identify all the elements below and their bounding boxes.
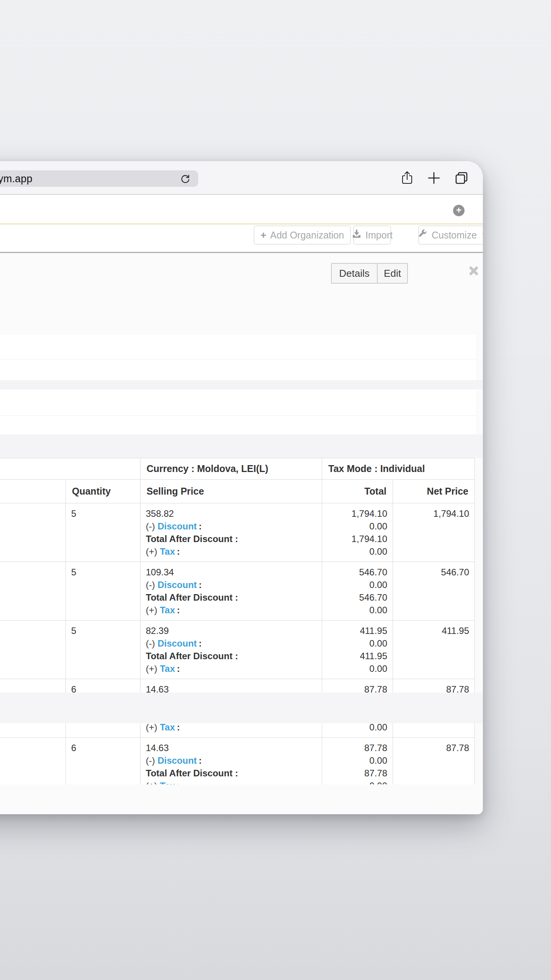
total-cell: 1,794.10 0.00 1,794.10 0.00 [322,503,393,562]
total-cell: 546.70 0.00 546.70 0.00 [322,562,393,621]
detail-panel [0,334,476,380]
net-price-value: 411.95 [398,624,469,637]
wrench-icon [418,229,428,241]
net-price-value: 1,794.10 [398,507,469,520]
tax-link[interactable]: Tax [160,722,175,732]
selling-price-column-header: Selling Price [140,480,322,503]
page-footer-strip [0,693,483,723]
selling-price-value: 358.82 [146,507,316,520]
total-after-discount-label: Total After Discount : [146,591,316,604]
cutoff-cell [0,503,66,562]
details-button[interactable]: Details [331,263,378,284]
cutoff-cell [0,562,66,621]
table-row: 6 14.63 (-) Discount: Total After Discou… [0,738,475,785]
import-label: Import [365,230,393,241]
tax-link[interactable]: Tax [160,546,175,557]
tax-link[interactable]: Tax [160,605,175,615]
selling-price-cell: 14.63 (-) Discount: Total After Discount… [140,738,322,785]
net-price-cell: 411.95 [393,621,475,679]
quantity-cell: 5 [66,503,140,562]
quantity-cell: 5 [66,562,140,621]
table-row: 5 109.34 (-) Discount: Total After Disco… [0,562,475,621]
record-detail-area: Details Edit [0,253,483,814]
edit-button[interactable]: Edit [378,263,408,284]
cutoff-cell [0,621,66,679]
net-price-value: 87.78 [398,742,469,754]
net-price-column-header: Net Price [393,480,475,503]
table-meta-row: Currency : Moldova, LEI(L) Tax Mode : In… [0,458,475,480]
pricing-table-body: Currency : Moldova, LEI(L) Tax Mode : In… [0,458,475,785]
total-after-discount-label: Total After Discount : [146,767,316,779]
customize-label: Customize [432,230,477,241]
safari-window: ym.app [0,161,483,814]
net-price-cell: 546.70 [393,562,475,621]
address-bar[interactable]: ym.app [0,170,198,187]
quantity-value: 6 [71,742,135,754]
selling-price-value: 82.39 [146,624,316,637]
total-column-header: Total [322,480,393,503]
app-toolbar: + Add Organization Import [0,224,483,253]
tax-link[interactable]: Tax [160,781,175,784]
tax-link[interactable]: Tax [160,663,175,674]
customize-button[interactable]: Customize [418,225,483,245]
section-gap [0,380,483,389]
share-icon[interactable] [398,168,416,188]
currency-header: Currency : Moldova, LEI(L) [140,458,322,480]
section-gap [0,434,483,458]
net-price-cell: 87.78 [393,738,475,785]
table-row: 5 82.39 (-) Discount: Total After Discou… [0,621,475,679]
reload-icon[interactable] [179,173,191,185]
tax-mode-header: Tax Mode : Individual [322,458,475,480]
cutoff-cell [0,738,66,785]
selling-price-value: 14.63 [146,742,316,754]
pricing-table: Currency : Moldova, LEI(L) Tax Mode : In… [0,458,475,784]
download-icon [352,229,362,241]
discount-link[interactable]: Discount [158,755,197,766]
total-after-discount-label: Total After Discount : [146,532,316,545]
selling-price-value: 109.34 [146,566,316,578]
record-action-buttons: Details Edit [331,263,408,284]
chevron-down-icon [482,234,483,237]
close-icon[interactable] [468,265,480,277]
quantity-column-header: Quantity [66,480,140,503]
selling-price-cell: 358.82 (-) Discount: Total After Discoun… [140,503,322,562]
quantity-cell: 5 [66,621,140,679]
selling-price-cell: 109.34 (-) Discount: Total After Discoun… [140,562,322,621]
add-organization-label: Add Organization [270,230,344,241]
quantity-value: 5 [71,507,135,520]
quick-add-button[interactable]: + [453,205,465,216]
discount-link[interactable]: Discount [158,521,197,531]
app-header: + [0,195,483,224]
desktop: { "browser": { "url_text": "ym.app" }, "… [0,0,551,980]
net-price-value: 546.70 [398,566,469,578]
net-price-cell: 1,794.10 [393,503,475,562]
plus-icon: + [261,230,266,240]
url-text: ym.app [0,173,33,185]
discount-link[interactable]: Discount [158,638,197,648]
discount-link[interactable]: Discount [158,580,197,590]
tabs-icon[interactable] [452,168,471,188]
new-tab-icon[interactable] [425,168,443,188]
quantity-cell: 6 [66,738,140,785]
import-button[interactable]: Import [353,225,391,245]
quantity-value: 5 [71,566,135,578]
pricing-table-container: Currency : Moldova, LEI(L) Tax Mode : In… [0,458,475,784]
detail-panel [0,389,476,434]
total-cell: 87.78 0.00 87.78 0.00 [322,738,393,785]
table-row: 5 358.82 (-) Discount: Total After Disco… [0,503,475,562]
table-header-row: Quantity Selling Price Total Net Price [0,480,475,503]
browser-toolbar: ym.app [0,161,483,195]
quantity-value: 5 [71,624,135,637]
add-organization-button[interactable]: + Add Organization [254,225,351,245]
total-after-discount-label: Total After Discount : [146,650,316,662]
selling-price-cell: 82.39 (-) Discount: Total After Discount… [140,621,322,679]
total-cell: 411.95 0.00 411.95 0.00 [322,621,393,679]
